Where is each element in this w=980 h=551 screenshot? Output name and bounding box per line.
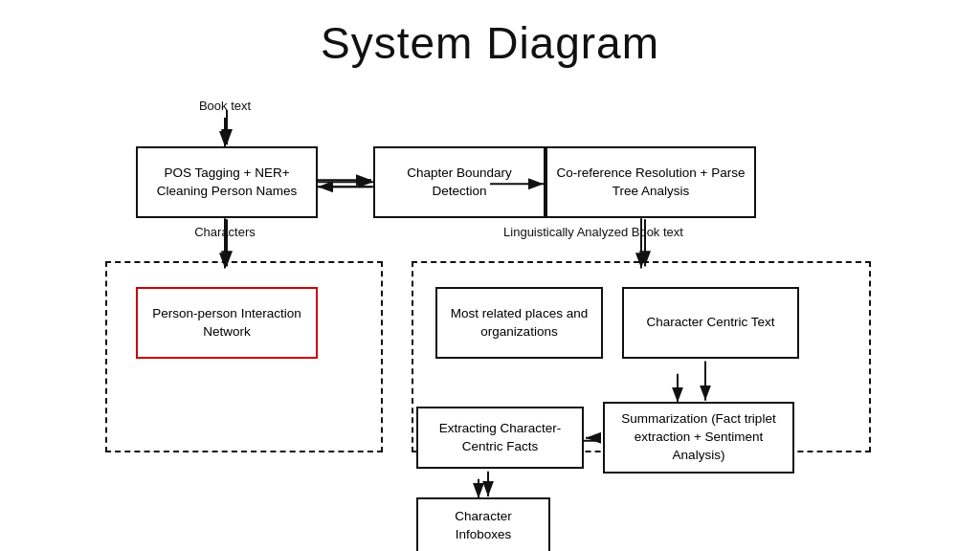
- box-character-centric-text: Character Centric Text: [622, 287, 799, 359]
- book-text-label: Book text: [182, 99, 268, 113]
- box-person-interaction: Person-person Interaction Network: [136, 287, 318, 359]
- box-pos-tagging: POS Tagging + NER+ Cleaning Person Names: [136, 146, 318, 218]
- linguistically-analyzed-label: Linguistically Analyzed Book text: [459, 225, 727, 239]
- characters-label: Characters: [163, 225, 287, 239]
- box-coreference: Co-reference Resolution + Parse Tree Ana…: [546, 146, 756, 218]
- box-extracting-facts: Extracting Character- Centric Facts: [416, 407, 584, 469]
- box-summarization: Summarization (Fact triplet extraction +…: [603, 402, 794, 474]
- box-chapter-boundary: Chapter Boundary Detection: [373, 146, 546, 218]
- box-character-infoboxes: Character Infoboxes: [416, 497, 550, 551]
- page-title: System Diagram: [0, 0, 980, 69]
- box-most-related-places: Most related places and organizations: [435, 287, 603, 359]
